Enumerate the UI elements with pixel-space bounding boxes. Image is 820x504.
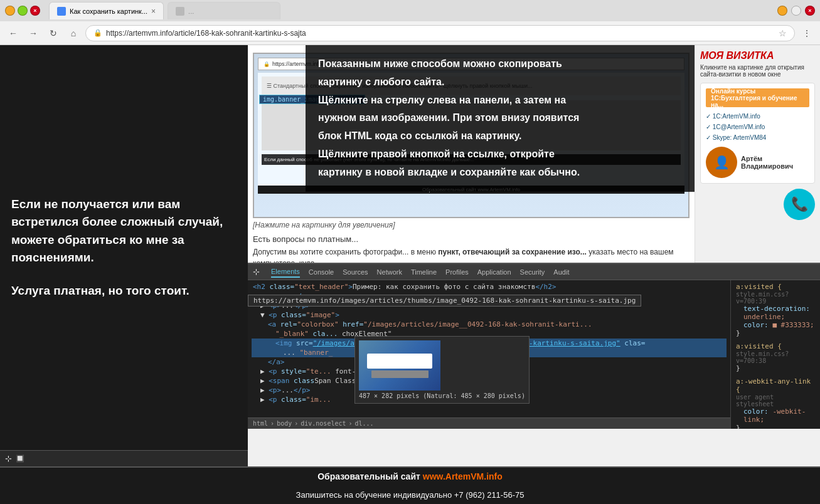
class-attr-3: clas=: [620, 339, 646, 347]
status-text-2: Запишитесь на обучение индивидуально +7 …: [296, 490, 524, 500]
css-source-3: user agent stylesheet: [736, 394, 815, 407]
devtools-tab-security[interactable]: Security: [520, 268, 545, 276]
title-bar: × Как сохранить картинк... × ... ×: [0, 0, 820, 21]
devtools-breadcrumb: html › body › div.noselect › dl...: [248, 417, 730, 429]
phone-icon: 📞: [791, 196, 808, 213]
class-attr-4: class=: [277, 396, 306, 404]
img-tag: <img: [275, 339, 292, 347]
url-text: https://artemvm.info/article/168-kak-soh…: [106, 29, 306, 38]
tab-title-2: ...: [188, 8, 272, 15]
tab-close-button[interactable]: ×: [151, 7, 156, 16]
css-rule-close-3: }: [736, 424, 815, 429]
tag-close: </h2>: [535, 283, 556, 291]
status-bar-1: Образовательный сайт www.ArtemVM.info: [0, 466, 820, 485]
person-name: Артём Владимирович: [741, 155, 809, 170]
class-attr-2: cla...: [309, 330, 338, 338]
indent-11: ▶: [260, 386, 269, 394]
menu-button[interactable]: ⋮: [799, 25, 815, 41]
devtools-cursor-tool[interactable]: ⊹: [253, 267, 260, 276]
win-restore[interactable]: [791, 6, 801, 16]
window-controls: ×: [5, 6, 40, 16]
bc-html: html: [253, 420, 268, 427]
indent-12: ▶: [260, 396, 269, 404]
active-tab[interactable]: Как сохранить картинк... ×: [49, 2, 164, 19]
devtools-tab-console[interactable]: Console: [309, 268, 334, 276]
course-line-1: ✓ 1C:ArtemVM.info: [706, 111, 809, 122]
article-sidebar: Если не получается или вам встретился бо…: [0, 45, 248, 450]
class-attr: class=: [277, 311, 306, 319]
thumb-image: [367, 354, 432, 369]
class-val-2: "im...: [306, 396, 331, 404]
attr-val: "text_header": [294, 283, 348, 291]
status-text-1: Образовательный сайт www.ArtemVM.info: [317, 471, 503, 481]
minimize-button[interactable]: [5, 6, 15, 16]
devtools-tabs: ⊹ Elements Console Sources Network Timel…: [248, 264, 820, 280]
span-tag: <span: [269, 377, 289, 385]
devtools-tab-elements[interactable]: Elements: [271, 266, 300, 278]
devtools-tab-network[interactable]: Network: [377, 268, 402, 276]
span-class-attr: class: [289, 377, 314, 385]
click-hint: [Нажмите на картинку для увеличения]: [253, 218, 690, 232]
css-rule-3: a:-webkit-any-link { user agent styleshe…: [736, 377, 815, 429]
avatar-icon: 👤: [714, 155, 730, 170]
left-column: Если не получается или вам встретился бо…: [0, 45, 248, 466]
vizitka-title: МОЯ ВИЗИТКА: [700, 50, 815, 61]
html-line-5: <a rel="colorbox" href="/images/articles…: [252, 320, 727, 329]
forward-button[interactable]: →: [25, 25, 41, 41]
avatar: 👤: [706, 147, 737, 178]
win-close-2[interactable]: ×: [805, 6, 815, 16]
home-button[interactable]: ⌂: [65, 25, 82, 41]
css-selector-1: a:visited { style.min.css?v=700:39: [736, 283, 815, 291]
p-img-tag-2: <p: [269, 396, 277, 404]
url-bar[interactable]: 🔒 https://artemvm.info/article/168-kak-s…: [85, 25, 795, 41]
course-links: ✓ 1C:ArtemVM.info ✓ 1C@ArtemVM.info ✓ Sk…: [706, 111, 809, 143]
inactive-tab[interactable]: ...: [168, 2, 280, 19]
devtools-tab-sources[interactable]: Sources: [343, 268, 368, 276]
image-preview-thumb: [359, 340, 440, 391]
a-tag: <a: [268, 320, 276, 328]
bookmark-button[interactable]: ☆: [779, 28, 787, 38]
card-person: 👤 Артём Владимирович: [706, 147, 809, 178]
inspect-icon[interactable]: 🔲: [16, 454, 24, 463]
inst-line1: Показанным ниже способом можно скопирова…: [318, 55, 682, 73]
selector-text-1: a:visited {: [736, 283, 782, 291]
tag-end: >: [348, 283, 353, 291]
src-attr: src=: [292, 339, 313, 347]
p-close-4: </p>: [294, 386, 311, 394]
vizitka-card[interactable]: Онлайн курсы 1С:Бухгалтерия и обучение н…: [700, 83, 815, 184]
indent-10: ▶: [260, 377, 269, 385]
devtools-tab-application[interactable]: Application: [477, 268, 511, 276]
inst-line7: картинку в новой вкладке и сохраняйте ка…: [318, 164, 682, 182]
article-question: Есть вопросы по платным...: [253, 232, 690, 246]
bc-sep-3: ›: [349, 420, 353, 427]
href-val: "/images/articles/image__0492-168-kak-so…: [363, 320, 592, 328]
nested-lock: 🔒: [264, 61, 270, 67]
inst-line4: нужном вам изображении. При этом внизу п…: [318, 109, 682, 127]
cursor-tool-icon[interactable]: ⊹: [5, 454, 12, 463]
instruction-overlay: Показанным ниже способом можно скопирова…: [306, 45, 695, 192]
css-panel: a:visited { style.min.css?v=700:39 text-…: [731, 280, 820, 429]
devtools-tab-profiles[interactable]: Profiles: [445, 268, 469, 276]
span-class-label: Span Class: [314, 377, 356, 385]
devtools-tab-audit[interactable]: Audit: [553, 268, 569, 276]
css-source-1: style.min.css?v=700:39: [736, 291, 815, 305]
devtools-tab-timeline[interactable]: Timeline: [411, 268, 437, 276]
css-source-2: style.min.css?v=700:38: [736, 350, 815, 364]
maximize-button[interactable]: [18, 6, 28, 16]
p-tag-4: <p>: [269, 386, 281, 394]
indent-9: ▶: [260, 367, 269, 375]
site-url: www.ArtemVM.info: [423, 471, 503, 481]
attr-class: class=: [270, 283, 295, 291]
bc-dl: dl...: [355, 420, 374, 427]
refresh-button[interactable]: ↻: [45, 25, 61, 41]
address-bar: ← → ↻ ⌂ 🔒 https://artemvm.info/article/1…: [0, 21, 820, 45]
back-button[interactable]: ←: [5, 25, 21, 41]
a-close: </a>: [268, 358, 285, 366]
devtools-cursor-area: ⊹ 🔲: [0, 450, 248, 466]
inst-line5: блок HTML кода со ссылкой на картинку.: [318, 127, 682, 145]
win-min[interactable]: [777, 6, 787, 16]
p-close: >: [335, 311, 339, 319]
inst-line2: картинку с любого сайта.: [318, 73, 682, 92]
phone-button[interactable]: 📞: [784, 189, 815, 220]
close-button[interactable]: ×: [30, 6, 40, 16]
